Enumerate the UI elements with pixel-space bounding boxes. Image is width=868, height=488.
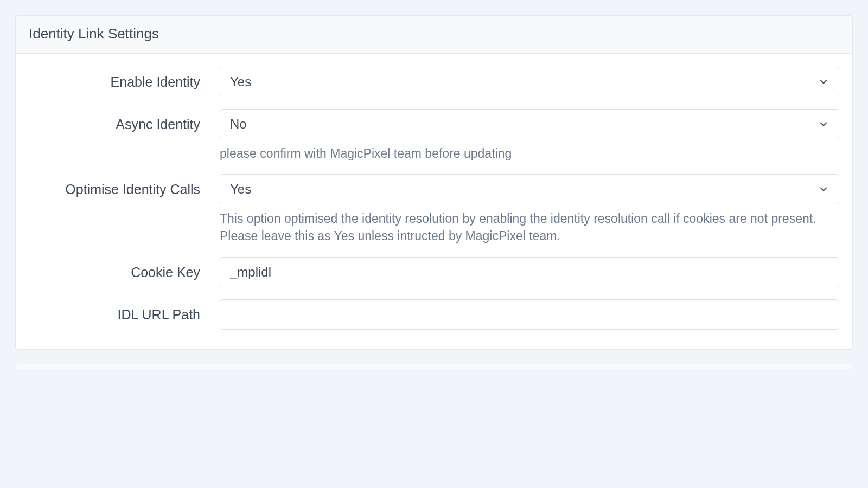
- select-async-identity-value: No: [230, 117, 247, 132]
- row-optimise-identity-calls: Optimise Identity Calls Yes This option …: [29, 174, 839, 245]
- help-optimise-identity-calls: This option optimised the identity resol…: [220, 210, 839, 245]
- select-optimise-identity-calls-value: Yes: [230, 182, 251, 197]
- chevron-down-icon: [818, 76, 829, 87]
- next-panel-header-stub: [15, 364, 853, 369]
- chevron-down-icon: [818, 119, 829, 130]
- row-async-identity: Async Identity No please confirm with Ma…: [29, 109, 839, 162]
- select-enable-identity-value: Yes: [230, 74, 251, 89]
- chevron-down-icon: [818, 184, 829, 195]
- label-optimise-identity-calls: Optimise Identity Calls: [29, 174, 200, 197]
- label-async-identity: Async Identity: [29, 109, 200, 132]
- input-cookie-key[interactable]: [220, 257, 839, 287]
- row-enable-identity: Enable Identity Yes: [29, 67, 839, 97]
- select-async-identity[interactable]: No: [220, 109, 839, 139]
- select-enable-identity[interactable]: Yes: [220, 67, 839, 97]
- label-cookie-key: Cookie Key: [29, 257, 200, 280]
- row-idl-url-path: IDL URL Path: [29, 299, 839, 330]
- label-enable-identity: Enable Identity: [29, 67, 200, 90]
- select-optimise-identity-calls[interactable]: Yes: [220, 174, 839, 204]
- row-cookie-key: Cookie Key: [29, 257, 839, 287]
- identity-link-settings-panel: Identity Link Settings Enable Identity Y…: [15, 15, 853, 350]
- input-idl-url-path[interactable]: [220, 299, 839, 330]
- label-idl-url-path: IDL URL Path: [29, 299, 200, 323]
- panel-body: Enable Identity Yes Async Identity No: [16, 54, 852, 349]
- panel-title: Identity Link Settings: [16, 16, 852, 54]
- help-async-identity: please confirm with MagicPixel team befo…: [220, 145, 839, 162]
